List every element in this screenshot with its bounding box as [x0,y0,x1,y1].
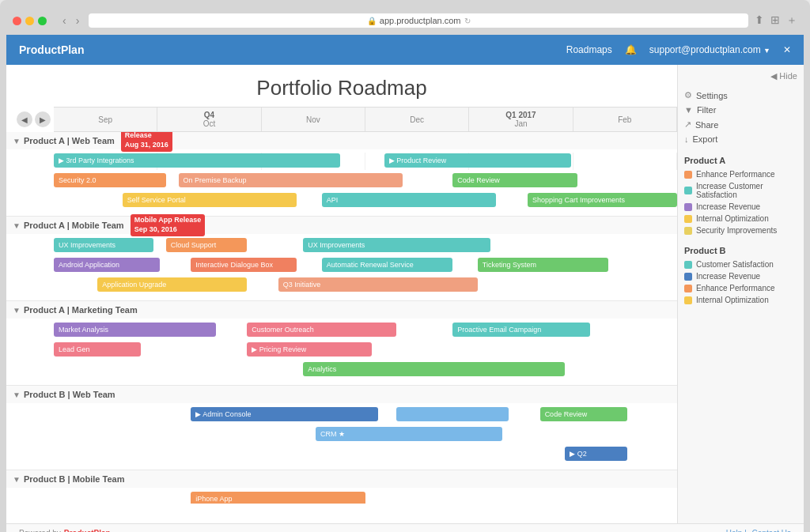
productplan-logo: ProductPlan [64,529,111,532]
bar-market[interactable]: Market Analysis [54,323,216,337]
bar-renewal[interactable]: Automatic Renewal Service [322,258,452,272]
footer-logo: Powered by ProductPlan [19,529,111,532]
bar-leadgen[interactable]: Lead Gen [54,342,141,357]
legend-a-4: Internal Optimization [684,213,797,224]
team-header-mobile[interactable]: ▼ Product A | Mobile Team Mobile App Rel… [6,217,677,234]
team-header-b-mobile[interactable]: ▼ Product B | Mobile Team [6,470,677,488]
bars-mobile: UX Improvements Cloud Support UX Improve… [6,234,677,300]
legend-dot [684,203,692,211]
settings-item[interactable]: ⚙ Settings [684,88,797,103]
bar-cloud[interactable]: Cloud Support [166,238,247,252]
legend-a-1: Enhance Performance [684,168,797,180]
contact-link[interactable]: Contact Us [752,529,791,532]
close-dot[interactable] [13,17,21,25]
bar-iphone[interactable]: iPhone App [191,492,365,504]
url-text: app.productplan.com [380,16,461,25]
team-name-web: Product A | Web Team [24,136,115,145]
close-icon[interactable]: ✕ [783,44,791,55]
sidebar: ◀ Hide ⚙ Settings ▼ Filter ↗ Share [677,65,804,523]
bar-crm[interactable]: CRM ★ [316,427,502,441]
bar-dialogue[interactable]: Interactive Dialogue Box [191,258,297,272]
legend-b-3: Enhance Performance [684,282,797,294]
team-name-mobile: Product A | Mobile Team [24,221,124,230]
share-icon: ↗ [684,119,691,130]
sidebar-controls: ⚙ Settings ▼ Filter ↗ Share ↓ Export [684,88,797,146]
settings-icon: ⚙ [684,90,692,100]
team-section-web: ▼ Product A | Web Team ReleaseAug 31, 20… [6,132,677,217]
legend-b-title: Product B [684,246,797,255]
milestone-badge-web: ReleaseAug 31, 2016 [121,132,172,152]
bar-analytics[interactable]: Analytics [303,362,565,376]
address-bar[interactable]: 🔒 app.productplan.com ↻ [89,13,748,28]
legend-dot [684,227,692,235]
add-tab-icon[interactable]: ＋ [786,13,797,28]
forward-button[interactable]: › [73,13,83,28]
bar-ticketing[interactable]: Ticketing System [478,258,608,272]
timeline-col-dec: Dec [365,108,469,131]
bar-3rd-party[interactable]: ▶ 3rd Party Integrations [54,153,340,168]
chevron-icon-marketing: ▼ [13,306,21,315]
legend-b-2: Increase Revenue [684,270,797,282]
bars-b-mobile: iPhone App Mobile Monitoring Solution [6,488,677,504]
bar-q3[interactable]: Q3 Initiative [278,277,478,292]
team-name-b-web: Product B | Web Team [24,390,115,399]
bar-ux2[interactable]: UX Improvements [303,238,490,252]
bar-email[interactable]: Proactive Email Campaign [452,323,589,337]
bars-b-web: ▶ Admin Console Code Review CRM ★ [6,403,677,470]
user-menu[interactable]: support@productplan.com ▼ [649,44,770,55]
bar-ux1[interactable]: UX Improvements [54,238,153,252]
powered-by-text: Powered by [19,529,61,532]
bar-android[interactable]: Android Application [54,258,160,272]
chevron-icon: ▼ [13,137,21,145]
notification-icon[interactable]: 🔔 [625,44,637,55]
new-tab-icon[interactable]: ⊞ [770,13,780,28]
legend-dot [684,285,692,292]
legend-b-1: Customer Satisfaction [684,258,797,270]
bar-backup[interactable]: On Premise Backup [179,173,403,187]
bar-product-review[interactable]: ▶ Product Review [384,153,571,168]
milestone-badge-mobile: Mobile App ReleaseSep 30, 2016 [131,214,206,236]
bar-shopping-cart[interactable]: Shopping Cart Improvements [528,193,677,207]
legend-b-4: Internal Optimization [684,294,797,306]
legend-product-b: Product B Customer Satisfaction Increase… [684,246,797,306]
footer: Powered by ProductPlan Help | Contact Us [6,523,804,532]
bars-web: ▶ 3rd Party Integrations ▶ Product Revie… [6,149,677,216]
nav-left-button[interactable]: ◀ [17,111,32,127]
timeline-col-jan: Q1 2017 Jan [469,108,573,131]
bar-api[interactable]: API [322,193,497,207]
bar-self-service[interactable]: Self Service Portal [123,193,297,207]
bar-q2[interactable]: ▶ Q2 [565,447,627,461]
share-item[interactable]: ↗ Share [684,117,797,132]
timeline-col-nov: Nov [262,108,365,131]
team-header-marketing[interactable]: ▼ Product A | Marketing Team [6,301,677,319]
legend-a-2: Increase Customer Satisfaction [684,180,797,201]
browser-dots [13,17,47,25]
bar-admin[interactable]: ▶ Admin Console [191,407,377,421]
page-title: Portfolio Roadmap [6,65,677,107]
maximize-dot[interactable] [38,17,47,25]
bar-pricing[interactable]: ▶ Pricing Review [247,342,372,357]
minimize-dot[interactable] [25,17,34,25]
bar-code-review-b[interactable]: Code Review [540,407,627,421]
team-header-b-web[interactable]: ▼ Product B | Web Team [6,386,677,403]
hide-button[interactable]: ◀ Hide [684,71,797,81]
help-link[interactable]: Help [726,529,743,532]
share-icon[interactable]: ⬆ [755,13,764,28]
bar-app-upgrade[interactable]: Application Upgrade [97,277,247,292]
timeline-col-oct: Q4 Oct [157,108,261,131]
nav-right-button[interactable]: ▶ [35,111,51,127]
export-item[interactable]: ↓ Export [684,132,797,146]
back-button[interactable]: ‹ [59,13,70,28]
bar-b-empty[interactable] [396,407,509,421]
browser-actions: ⬆ ⊞ ＋ [755,13,797,28]
legend-dot [684,273,692,281]
filter-item[interactable]: ▼ Filter [684,103,797,117]
legend-dot [684,296,692,304]
bar-code-review-a[interactable]: Code Review [452,173,577,187]
bar-security[interactable]: Security 2.0 [54,173,166,187]
team-section-b-mobile: ▼ Product B | Mobile Team iPhone App [6,470,677,504]
timeline-col-feb: Feb [573,108,677,131]
team-header-web[interactable]: ▼ Product A | Web Team ReleaseAug 31, 20… [6,132,677,149]
roadmaps-link[interactable]: Roadmaps [566,44,612,55]
bar-outreach[interactable]: Customer Outreach [247,323,396,337]
